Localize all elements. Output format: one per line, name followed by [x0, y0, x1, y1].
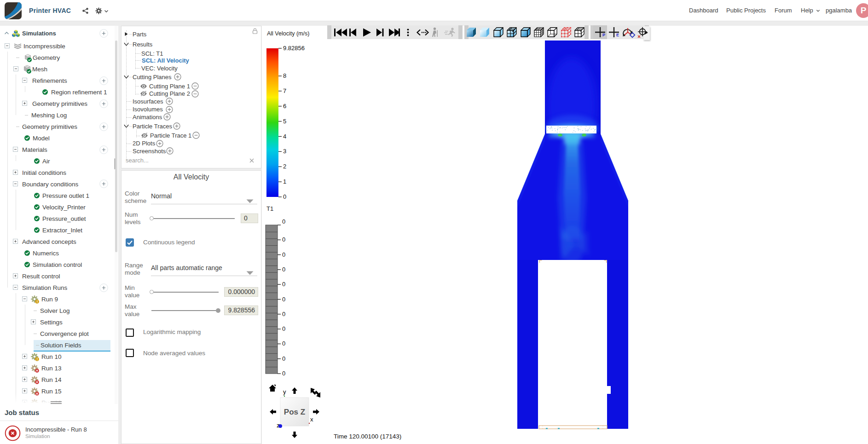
svg-text:5: 5	[283, 118, 286, 125]
svg-text:0: 0	[282, 266, 285, 273]
svg-text:0: 0	[282, 355, 285, 362]
svg-text:4: 4	[283, 133, 286, 140]
svg-text:3: 3	[283, 148, 286, 155]
svg-text:0: 0	[282, 311, 285, 317]
svg-text:0: 0	[282, 370, 285, 377]
svg-text:0: 0	[282, 251, 285, 258]
svg-text:9.82856: 9.82856	[283, 45, 305, 52]
svg-text:0: 0	[282, 296, 285, 303]
svg-text:x: x	[310, 416, 313, 423]
svg-text:0: 0	[282, 281, 285, 288]
svg-text:0: 0	[282, 236, 285, 243]
svg-text:Pos Z: Pos Z	[284, 408, 305, 416]
svg-text:0: 0	[282, 218, 285, 225]
svg-text:8: 8	[283, 72, 286, 79]
svg-text:0: 0	[282, 340, 285, 347]
svg-text:0: 0	[282, 325, 285, 332]
svg-text:0: 0	[283, 193, 286, 200]
svg-text:7: 7	[283, 87, 286, 94]
svg-text:2: 2	[283, 163, 286, 170]
svg-text:1: 1	[283, 178, 286, 185]
svg-text:y: y	[283, 388, 286, 395]
svg-text:6: 6	[283, 103, 286, 110]
